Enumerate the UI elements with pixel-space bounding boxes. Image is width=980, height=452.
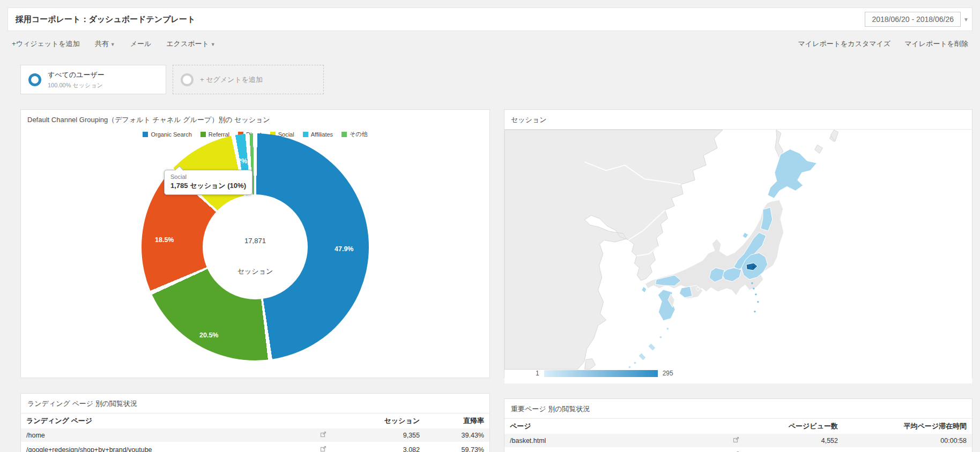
widget-title: セッション (504, 110, 972, 130)
legend-item[interactable]: その他 (341, 130, 368, 138)
segment-all-users[interactable]: すべてのユーザー 100.00% セッション (20, 65, 166, 94)
email-button[interactable]: メール (130, 39, 152, 49)
page-path-cell: /home (26, 432, 307, 439)
scale-gradient-bar (544, 370, 658, 377)
dashboard-toolbar: +ウィジェットを追加 共有▼ メール エクスポート▼ マイレポートをカスタマイズ… (12, 39, 968, 49)
column-header: セッション (339, 416, 420, 426)
legend-swatch-icon (341, 132, 347, 137)
add-segment-label: + セグメントを追加 (200, 75, 263, 85)
column-header: ランディング ページ (26, 416, 307, 426)
tooltip-value: 1,785 セッション (10%) (170, 181, 246, 191)
goto-page-icon[interactable] (320, 446, 326, 452)
table-row: /signin.html3,75900:00:28 (504, 448, 972, 452)
legend-item[interactable]: Affiliates (303, 130, 333, 138)
legend-label: Organic Search (151, 131, 191, 138)
legend-swatch-icon (303, 132, 308, 137)
tooltip-series-name: Social (170, 174, 246, 180)
channel-grouping-widget: Default Channel Grouping（デフォルト チャネル グループ… (20, 109, 490, 378)
table-row: /google+redesign/shop+by+brand/youtube3,… (21, 443, 489, 452)
date-range-value: 2018/06/20 - 2018/06/26 (872, 15, 954, 24)
page-title: 採用コーポレート：ダッシュボードテンプレート (16, 14, 195, 25)
table-header: ランディング ページ セッション 直帰率 (21, 413, 489, 428)
chevron-down-icon: ▼ (211, 42, 216, 47)
page-path-cell: /basket.html (510, 437, 720, 445)
metric-cell: 00:00:58 (838, 437, 967, 445)
goto-page-icon[interactable] (733, 436, 739, 443)
legend-swatch-icon (201, 132, 206, 137)
slice-label-affiliates: 2% (237, 157, 247, 165)
metric-cell: 3,082 (339, 446, 420, 452)
donut-total-value: 17,871 (142, 237, 369, 245)
pie-tooltip: Social 1,785 セッション (10%) (164, 170, 253, 195)
export-menu-button[interactable]: エクスポート▼ (166, 39, 215, 49)
sessions-geomap-widget: セッション (504, 109, 972, 378)
column-header: 直帰率 (420, 416, 484, 426)
widget-title: Default Channel Grouping（デフォルト チャネル グループ… (21, 110, 489, 128)
scale-max-value: 295 (663, 370, 673, 377)
table-header: ページ ページビュー数 平均ページ滞在時間 (504, 419, 972, 434)
customize-report-button[interactable]: マイレポートをカスタマイズ (798, 39, 891, 49)
legend-label: その他 (350, 130, 368, 138)
column-header: 平均ページ滞在時間 (838, 421, 967, 431)
goto-page-icon[interactable] (320, 431, 326, 438)
delete-report-button[interactable]: マイレポートを削除 (904, 39, 968, 49)
key-pages-widget: 重要ページ 別の閲覧状況 ページ ページビュー数 平均ページ滞在時間 /bask… (504, 398, 972, 452)
segment-title: すべてのユーザー (48, 70, 105, 80)
table-row: /home9,35539.43% (21, 428, 489, 442)
widget-title: ランディング ページ 別の閲覧状況 (21, 394, 489, 413)
add-widget-button[interactable]: +ウィジェットを追加 (12, 39, 80, 49)
metric-cell: 4,552 (752, 437, 838, 445)
column-header: ページ (510, 421, 720, 431)
share-menu-button[interactable]: 共有▼ (95, 39, 115, 49)
donut-hole (203, 194, 308, 299)
slice-label-direct: 18.5% (155, 236, 174, 244)
slice-label-organic: 47.9% (335, 245, 353, 253)
chevron-down-icon: ▼ (110, 42, 115, 47)
metric-cell: 59.73% (420, 446, 484, 452)
metric-cell: 9,355 (339, 432, 420, 439)
add-segment-ring-icon (181, 73, 194, 86)
page-path-cell: /google+redesign/shop+by+brand/youtube (26, 446, 307, 452)
legend-label: Referral (209, 131, 229, 138)
date-range-selector[interactable]: 2018/06/20 - 2018/06/26 (865, 12, 961, 27)
table-body: /home9,35539.43%/google+redesign/shop+by… (21, 428, 489, 452)
table-body: /basket.html4,55200:00:58/signin.html3,7… (504, 434, 972, 452)
dashboard-header: 採用コーポレート：ダッシュボードテンプレート 2018/06/20 - 2018… (8, 7, 972, 31)
segment-ring-icon (28, 73, 41, 86)
map-color-scale: 1 295 (536, 370, 673, 377)
legend-label: Affiliates (311, 131, 333, 138)
japan-geomap[interactable]: 1 295 (504, 130, 972, 383)
legend-item[interactable]: Organic Search (143, 130, 191, 138)
slice-label-referral: 20.5% (199, 332, 218, 339)
segment-subtitle: 100.00% セッション (48, 81, 105, 89)
landing-pages-widget: ランディング ページ 別の閲覧状況 ランディング ページ セッション 直帰率 /… (20, 393, 490, 452)
donut-total-label: セッション (142, 267, 369, 276)
geomap-svg (504, 130, 972, 370)
scale-min-value: 1 (536, 370, 539, 377)
legend-swatch-icon (143, 132, 148, 137)
date-dropdown-icon[interactable]: ▼ (963, 17, 970, 22)
table-row: /basket.html4,55200:00:58 (504, 434, 972, 447)
add-segment-button[interactable]: + セグメントを追加 (173, 65, 324, 94)
column-header: ページビュー数 (752, 421, 838, 431)
widget-title: 重要ページ 別の閲覧状況 (504, 399, 972, 419)
metric-cell: 39.43% (420, 432, 484, 439)
